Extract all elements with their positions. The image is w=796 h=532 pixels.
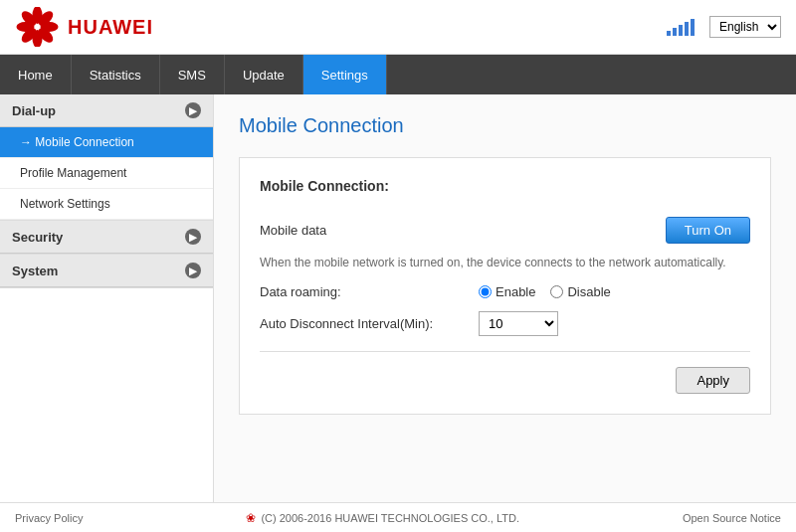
nav-item-statistics[interactable]: Statistics (72, 55, 160, 94)
nav-item-sms[interactable]: SMS (160, 55, 225, 94)
huawei-logo-icon (15, 7, 60, 47)
data-roaming-label: Data roaming: (260, 284, 479, 299)
language-select[interactable]: English 中文 (709, 16, 781, 38)
divider (260, 351, 750, 352)
mobile-data-row: Mobile data Turn On (260, 217, 750, 244)
sidebar-item-mobile-connection[interactable]: Mobile Connection (0, 127, 213, 158)
disable-radio-text: Disable (567, 284, 610, 299)
top-bar: HUAWEI English 中文 (0, 0, 796, 55)
mobile-data-info: When the mobile network is turned on, th… (260, 256, 750, 269)
auto-disconnect-label: Auto Disconnect Interval(Min): (260, 316, 479, 331)
data-roaming-options: Enable Disable (479, 284, 611, 299)
main-layout: Dial-up ▶ Mobile Connection Profile Mana… (0, 94, 796, 502)
dialup-arrow-icon: ▶ (185, 102, 201, 118)
enable-radio-text: Enable (496, 284, 535, 299)
sidebar-group-system-label: System (12, 264, 58, 278)
apply-row: Apply (260, 367, 750, 394)
sidebar-group-system: System ▶ (0, 255, 213, 288)
nav-item-settings[interactable]: Settings (303, 55, 387, 94)
page-title: Mobile Connection (239, 114, 771, 137)
apply-button[interactable]: Apply (676, 367, 750, 394)
nav-bar: Home Statistics SMS Update Settings (0, 55, 796, 94)
sidebar-group-dialup: Dial-up ▶ Mobile Connection Profile Mana… (0, 94, 213, 221)
sidebar-item-profile-management[interactable]: Profile Management (0, 158, 213, 189)
mobile-data-label: Mobile data (260, 223, 479, 238)
nav-item-home[interactable]: Home (0, 55, 72, 94)
sidebar-group-security-label: Security (12, 230, 63, 245)
sidebar-group-system-header[interactable]: System ▶ (0, 255, 213, 287)
logo-area: HUAWEI (15, 7, 153, 47)
footer: Privacy Policy ❀ (C) 2006-2016 HUAWEI TE… (0, 502, 796, 532)
sidebar-item-network-settings[interactable]: Network Settings (0, 189, 213, 220)
system-arrow-icon: ▶ (185, 263, 201, 278)
auto-disconnect-select[interactable]: 10 30 60 Never (479, 311, 558, 336)
sidebar-group-security-header[interactable]: Security ▶ (0, 221, 213, 254)
enable-radio-label[interactable]: Enable (479, 284, 535, 299)
auto-disconnect-row: Auto Disconnect Interval(Min): 10 30 60 … (260, 311, 750, 336)
enable-radio[interactable] (479, 285, 492, 298)
signal-strength-icon (667, 18, 695, 36)
huawei-footer-icon: ❀ (246, 511, 256, 525)
disable-radio-label[interactable]: Disable (550, 284, 610, 299)
nav-item-update[interactable]: Update (225, 55, 303, 94)
sidebar-group-dialup-label: Dial-up (12, 103, 56, 118)
disable-radio[interactable] (550, 285, 563, 298)
sidebar: Dial-up ▶ Mobile Connection Profile Mana… (0, 94, 214, 502)
data-roaming-row: Data roaming: Enable Disable (260, 284, 750, 299)
auto-disconnect-value: 10 30 60 Never (479, 311, 750, 336)
footer-copyright: (C) 2006-2016 HUAWEI TECHNOLOGIES CO., L… (261, 512, 519, 524)
content-card: Mobile Connection: Mobile data Turn On W… (239, 157, 771, 415)
turn-on-button[interactable]: Turn On (666, 217, 750, 244)
open-source-link[interactable]: Open Source Notice (683, 512, 781, 524)
sidebar-group-dialup-header[interactable]: Dial-up ▶ (0, 94, 213, 127)
security-arrow-icon: ▶ (185, 229, 201, 245)
footer-center: ❀ (C) 2006-2016 HUAWEI TECHNOLOGIES CO.,… (246, 511, 519, 525)
top-right-controls: English 中文 (667, 16, 781, 38)
privacy-policy-link[interactable]: Privacy Policy (15, 512, 83, 524)
content-area: Mobile Connection Mobile Connection: Mob… (214, 94, 796, 502)
sidebar-group-security: Security ▶ (0, 221, 213, 255)
logo-text: HUAWEI (68, 16, 153, 39)
section-title: Mobile Connection: (260, 178, 750, 202)
